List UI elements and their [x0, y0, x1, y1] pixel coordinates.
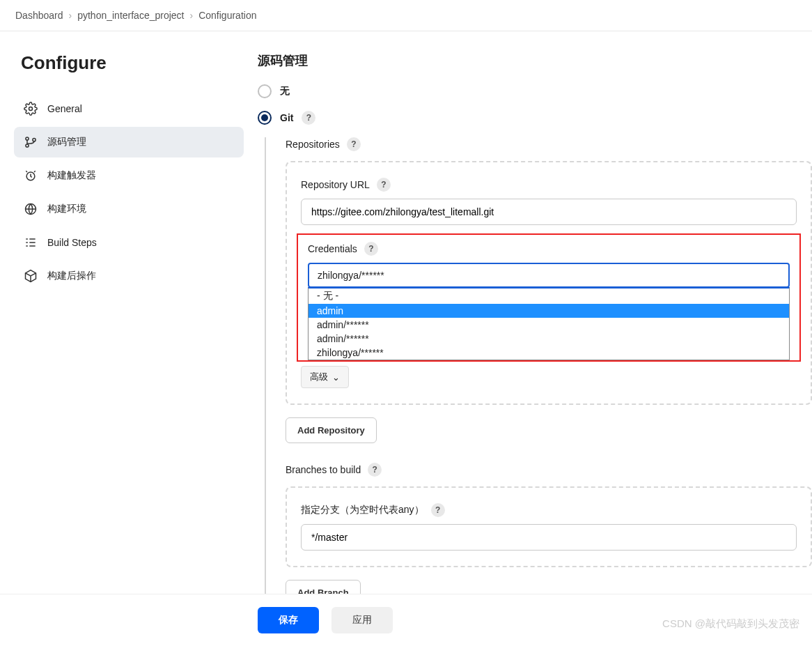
sidebar-item-scm[interactable]: 源码管理 — [14, 127, 244, 157]
help-icon[interactable]: ? — [377, 178, 391, 192]
radio-label: Git — [280, 112, 293, 123]
radio-checked-icon[interactable] — [258, 111, 272, 125]
add-repository-button[interactable]: Add Repository — [286, 417, 377, 443]
credentials-option[interactable]: admin/****** — [309, 318, 789, 332]
sidebar-item-triggers[interactable]: 构建触发器 — [14, 160, 244, 191]
main-content: 源码管理 无 Git ? Repositories ? Repository U… — [258, 31, 812, 646]
sidebar-item-label: 源码管理 — [47, 136, 86, 148]
save-button[interactable]: 保存 — [258, 607, 319, 633]
breadcrumb-link[interactable]: python_interface_project — [77, 10, 184, 21]
scm-none-option[interactable]: 无 — [258, 84, 812, 98]
repo-url-label: Repository URL — [301, 179, 370, 190]
svg-point-2 — [26, 144, 29, 147]
credentials-option[interactable]: admin — [309, 304, 789, 318]
branch-spec-input[interactable] — [301, 524, 797, 551]
chevron-down-icon: ⌄ — [332, 372, 340, 383]
svg-point-3 — [33, 139, 36, 141]
sidebar-item-label: 构建后操作 — [47, 270, 96, 282]
chevron-right-icon: › — [190, 10, 194, 21]
page-title: Configure — [14, 52, 244, 74]
help-icon[interactable]: ? — [347, 137, 361, 151]
section-title: 源码管理 — [258, 52, 812, 69]
branch-box: 指定分支（为空时代表any） ? — [286, 486, 812, 567]
credentials-select[interactable]: zhilongya/****** — [308, 263, 790, 288]
sidebar-item-label: 构建触发器 — [47, 169, 96, 182]
help-icon[interactable]: ? — [368, 463, 382, 477]
sidebar-item-label: Build Steps — [47, 237, 97, 248]
credentials-option[interactable]: - 无 - — [309, 289, 789, 304]
breadcrumb: Dashboard › python_interface_project › C… — [0, 0, 812, 31]
sidebar-item-label: General — [47, 103, 82, 114]
sidebar-item-label: 构建环境 — [47, 203, 86, 215]
sidebar-item-general[interactable]: General — [14, 93, 244, 124]
steps-icon — [24, 236, 38, 249]
scm-git-option[interactable]: Git ? — [258, 111, 812, 125]
footer-actions: 保存 应用 — [0, 594, 812, 646]
branches-label: Branches to build — [286, 464, 361, 475]
repository-box: Repository URL ? Credentials ? zhilongya… — [286, 161, 812, 405]
credentials-dropdown: - 无 - admin admin/****** admin/****** zh… — [308, 287, 790, 360]
sidebar-item-environment[interactable]: 构建环境 — [14, 194, 244, 224]
branch-icon — [24, 135, 38, 149]
breadcrumb-link[interactable]: Dashboard — [15, 10, 63, 21]
help-icon[interactable]: ? — [364, 242, 378, 256]
branch-spec-label: 指定分支（为空时代表any） — [301, 504, 424, 516]
globe-icon — [24, 202, 38, 216]
cube-icon — [24, 269, 38, 283]
radio-icon[interactable] — [258, 84, 272, 98]
svg-point-1 — [26, 137, 29, 140]
sidebar-item-post-build[interactable]: 构建后操作 — [14, 261, 244, 291]
radio-label: 无 — [280, 85, 290, 98]
svg-point-0 — [29, 107, 33, 111]
advanced-button[interactable]: 高级 ⌄ — [301, 366, 349, 388]
sidebar-item-build-steps[interactable]: Build Steps — [14, 227, 244, 258]
credentials-option[interactable]: zhilongya/****** — [309, 346, 789, 360]
repositories-label: Repositories — [286, 139, 340, 150]
help-icon[interactable]: ? — [302, 111, 315, 125]
credentials-highlighted-block: Credentials ? zhilongya/****** - 无 - adm… — [297, 233, 801, 362]
gear-icon — [24, 102, 38, 116]
credentials-label: Credentials — [308, 243, 357, 254]
credentials-selected-value: zhilongya/****** — [318, 270, 384, 281]
credentials-option[interactable]: admin/****** — [309, 332, 789, 346]
chevron-right-icon: › — [69, 10, 72, 21]
breadcrumb-link[interactable]: Configuration — [198, 10, 256, 21]
apply-button[interactable]: 应用 — [331, 607, 393, 633]
help-icon[interactable]: ? — [431, 503, 445, 517]
advanced-label: 高级 — [310, 371, 328, 383]
sidebar: Configure General 源码管理 构建触发器 构建环境 Build … — [0, 31, 258, 646]
repo-url-input[interactable] — [301, 199, 797, 225]
clock-icon — [24, 169, 38, 183]
